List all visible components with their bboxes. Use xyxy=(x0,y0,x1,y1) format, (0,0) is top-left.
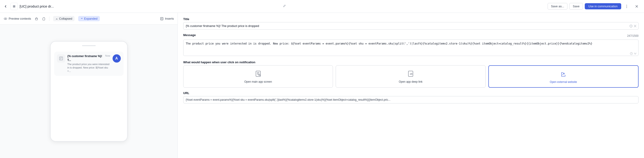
left-panel: Preview contexts Collapsed xyxy=(0,13,178,158)
external-website-label: Open external website xyxy=(550,80,577,84)
message-label-row: Message 247/1500 xyxy=(183,33,638,38)
svg-point-2 xyxy=(13,7,14,7)
nav-icon-button[interactable] xyxy=(10,3,18,10)
url-label: URL xyxy=(183,91,638,95)
title-input-wrapper xyxy=(183,22,638,30)
svg-rect-15 xyxy=(256,71,260,76)
notif-body: The product price you were interested in… xyxy=(68,63,110,73)
use-in-communication-button[interactable]: Use in communication xyxy=(585,3,621,9)
title-input-icons xyxy=(630,25,637,28)
message-label: Message xyxy=(183,33,196,37)
expanded-label: Expanded xyxy=(84,17,98,20)
title-field-group: Title xyxy=(183,17,638,30)
svg-rect-10 xyxy=(42,18,45,20)
click-behavior-group: What would happen when user click on not… xyxy=(183,61,638,88)
message-textarea-wrapper: The product price you were interested in… xyxy=(183,40,638,57)
left-toolbar: Preview contexts Collapsed xyxy=(0,13,178,25)
right-panel: Title Message 247/1500 The p xyxy=(178,13,644,158)
collapsed-button[interactable]: Collapsed xyxy=(53,16,74,21)
save-button[interactable]: Save xyxy=(569,3,583,10)
notif-header: {% customer firstname %}! T... Now xyxy=(68,54,110,62)
notif-content: {% customer firstname %}! T... Now The p… xyxy=(68,54,110,73)
svg-point-7 xyxy=(4,18,7,20)
svg-point-5 xyxy=(626,6,627,7)
inserts-button[interactable]: Inserts xyxy=(160,17,174,21)
main-app-icon xyxy=(254,69,263,78)
expanded-button[interactable]: Expanded xyxy=(78,16,100,21)
main-area: Preview contexts Collapsed xyxy=(0,13,644,158)
click-option-main-app[interactable]: Open main app screen xyxy=(183,65,333,88)
url-input[interactable] xyxy=(183,96,638,103)
ios-icon-item[interactable] xyxy=(42,17,46,21)
title-input[interactable] xyxy=(183,22,638,30)
notification-card: {% customer firstname %}! T... Now The p… xyxy=(54,52,124,76)
phone-notch xyxy=(82,45,96,46)
message-textarea-icons xyxy=(630,52,637,55)
notif-title: {% customer firstname %}! T... xyxy=(68,54,104,62)
message-textarea[interactable]: The product price you were interested in… xyxy=(183,40,638,56)
preview-contexts-label: Preview contexts xyxy=(9,17,31,20)
notif-avatar: A xyxy=(112,54,121,63)
url-field-group: URL xyxy=(183,91,638,103)
close-button[interactable] xyxy=(633,3,640,10)
android-icon-item[interactable] xyxy=(35,17,38,21)
click-option-external-website[interactable]: Open external website xyxy=(488,65,638,88)
svg-point-3 xyxy=(14,7,15,7)
collapsed-label: Collapsed xyxy=(59,17,72,20)
back-button[interactable] xyxy=(4,4,8,9)
click-option-deep-link[interactable]: Open app deep link xyxy=(336,65,486,88)
title-label: Title xyxy=(183,17,638,21)
inserts-label: Inserts xyxy=(165,17,174,20)
notif-time: Now xyxy=(105,54,110,57)
nav-actions: Save as... Save Use in communication xyxy=(548,3,640,10)
svg-point-4 xyxy=(626,5,627,6)
external-website-icon xyxy=(559,69,568,79)
deep-link-icon xyxy=(406,69,415,78)
message-field-group: Message 247/1500 The product price you w… xyxy=(183,33,638,57)
more-options-button[interactable] xyxy=(623,3,630,10)
preview-contexts-item[interactable]: Preview contexts xyxy=(4,17,31,21)
svg-point-1 xyxy=(14,5,15,6)
svg-point-0 xyxy=(13,5,14,6)
main-app-label: Open main app screen xyxy=(244,80,272,83)
phone-preview: {% customer firstname %}! T... Now The p… xyxy=(0,25,178,158)
click-section-label: What would happen when user click on not… xyxy=(183,61,638,64)
toolbar-separator xyxy=(49,17,50,21)
svg-point-8 xyxy=(5,18,6,19)
avatar-letter: A xyxy=(115,56,118,61)
click-options: Open main app screen Open app deep link xyxy=(183,65,638,88)
save-as-button[interactable]: Save as... xyxy=(548,3,568,10)
phone-frame: {% customer firstname %}! T... Now The p… xyxy=(50,41,128,141)
deep-link-label: Open app deep link xyxy=(399,80,422,83)
char-count: 247/1500 xyxy=(627,34,638,38)
page-title: [UC] product price dr... xyxy=(20,4,281,8)
edit-title-icon[interactable] xyxy=(283,4,286,9)
top-nav: [UC] product price dr... Save as... Save… xyxy=(0,0,644,13)
notif-app-icon xyxy=(57,54,65,63)
svg-point-6 xyxy=(626,7,627,8)
svg-point-16 xyxy=(258,74,260,75)
